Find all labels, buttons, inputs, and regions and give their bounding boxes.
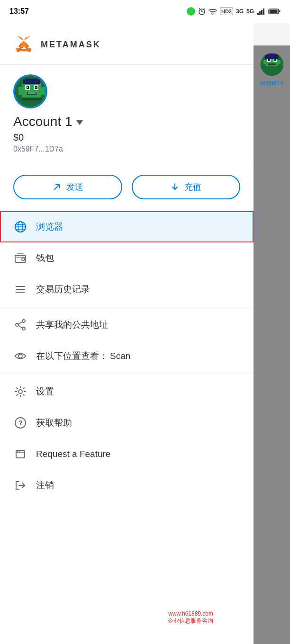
account-name-row[interactable]: Account 1 (13, 114, 240, 129)
watermark: www.h61889.com 企业信息服务咨询 (168, 610, 213, 625)
5g-icon: 5G (246, 8, 254, 15)
eye-icon (13, 349, 27, 363)
svg-rect-88 (269, 60, 270, 61)
watermark-line1: www.h61889.com (168, 610, 213, 617)
share-label: 共享我的公共地址 (36, 319, 108, 331)
svg-rect-9 (263, 9, 264, 15)
svg-rect-93 (263, 60, 267, 64)
logout-icon (13, 478, 27, 492)
wifi-icon (208, 8, 217, 15)
svg-marker-14 (17, 36, 23, 41)
send-icon (52, 182, 62, 192)
watermark-line2: 企业信息服务咨询 (168, 617, 213, 625)
svg-rect-90 (268, 63, 276, 65)
send-button[interactable]: 发送 (13, 175, 122, 199)
svg-marker-22 (21, 51, 24, 52)
status-icons: HD2 3G 5G (187, 7, 281, 16)
svg-rect-49 (25, 79, 38, 82)
metamask-logo (13, 34, 34, 55)
wallet-label: 钱包 (36, 252, 54, 264)
app-header: METAMASK (0, 23, 254, 64)
hd2-badge: HD2 (220, 8, 233, 15)
account-name: Account 1 (13, 114, 72, 129)
svg-rect-12 (279, 10, 281, 12)
svg-rect-52 (40, 87, 45, 95)
svg-line-4 (204, 9, 205, 9)
svg-rect-94 (277, 60, 281, 64)
account-dropdown-chevron[interactable] (76, 120, 83, 125)
svg-rect-8 (261, 10, 263, 15)
notification-icon (187, 7, 195, 16)
svg-point-70 (22, 327, 25, 330)
app-title: METAMASK (41, 40, 101, 50)
menu-item-share[interactable]: 共享我的公共地址 (0, 309, 254, 340)
feature-icon (13, 447, 27, 461)
request-feature-label: Request a Feature (36, 449, 110, 459)
svg-marker-30 (26, 47, 29, 48)
menu-item-help[interactable]: ? 获取帮助 (0, 407, 254, 438)
3g-icon: 3G (236, 8, 244, 15)
svg-rect-60 (15, 255, 26, 262)
svg-point-68 (22, 320, 25, 322)
svg-rect-50 (22, 98, 41, 100)
help-label: 获取帮助 (36, 417, 72, 429)
logout-label: 注销 (36, 479, 54, 492)
section-divider-2 (0, 374, 254, 374)
menu-item-request-feature[interactable]: Request a Feature (0, 438, 254, 470)
svg-marker-29 (18, 47, 24, 48)
signal-icon (257, 8, 265, 15)
svg-line-72 (18, 326, 23, 328)
svg-rect-89 (275, 60, 276, 61)
send-label: 发送 (66, 181, 83, 193)
menu-item-wallet[interactable]: 钱包 (0, 242, 254, 274)
history-icon (13, 282, 27, 296)
menu-item-view-on[interactable]: 在以下位置查看：Scan (0, 340, 254, 372)
svg-text:?: ? (18, 419, 23, 427)
svg-rect-6 (257, 13, 259, 15)
section-divider-1 (0, 307, 254, 307)
account-avatar-large[interactable] (13, 74, 47, 108)
help-icon: ? (13, 416, 27, 430)
actions-row: 发送 充值 (0, 165, 254, 209)
share-icon (13, 318, 27, 332)
svg-point-69 (16, 323, 18, 326)
svg-point-74 (18, 390, 22, 394)
svg-rect-11 (270, 10, 278, 13)
svg-rect-61 (22, 258, 25, 260)
drawer-panel: METAMASK (0, 23, 254, 644)
svg-point-80 (19, 451, 20, 452)
right-panel-hash: 8c6b614 (254, 76, 290, 90)
receive-button[interactable]: 充值 (132, 175, 241, 199)
history-label: 交易历史记录 (36, 283, 90, 295)
account-section: Account 1 $0 0x59F7...1D7a (0, 65, 254, 165)
receive-icon (170, 182, 180, 192)
svg-point-5 (212, 14, 213, 15)
menu-item-logout[interactable]: 注销 (0, 470, 254, 501)
view-on-label: 在以下位置查看：Scan (36, 350, 130, 362)
status-bar: 13:57 HD2 3G 5G (0, 0, 290, 23)
svg-marker-31 (23, 46, 24, 47)
battery-icon (268, 8, 281, 15)
menu-item-history[interactable]: 交易历史记录 (0, 274, 254, 305)
svg-point-79 (17, 451, 18, 452)
svg-rect-7 (259, 11, 261, 15)
svg-rect-51 (18, 87, 23, 95)
wallet-icon (13, 251, 27, 265)
svg-rect-92 (267, 54, 277, 57)
svg-line-71 (18, 322, 23, 324)
menu-item-settings[interactable]: 设置 (0, 376, 254, 407)
svg-point-73 (18, 354, 22, 358)
svg-line-53 (54, 185, 59, 189)
account-address[interactable]: 0x59F7...1D7a (13, 145, 240, 153)
svg-line-3 (199, 9, 200, 9)
svg-marker-13 (24, 36, 31, 41)
alarm-icon (198, 8, 206, 15)
browser-icon (13, 220, 27, 234)
settings-icon (13, 385, 27, 399)
account-avatar-small[interactable] (261, 53, 283, 76)
menu-item-browser[interactable]: 浏览器 (0, 211, 254, 242)
right-panel: 8c6b614 (254, 45, 290, 644)
browser-label: 浏览器 (36, 221, 63, 233)
settings-label: 设置 (36, 385, 54, 398)
account-balance: $0 (13, 132, 240, 143)
